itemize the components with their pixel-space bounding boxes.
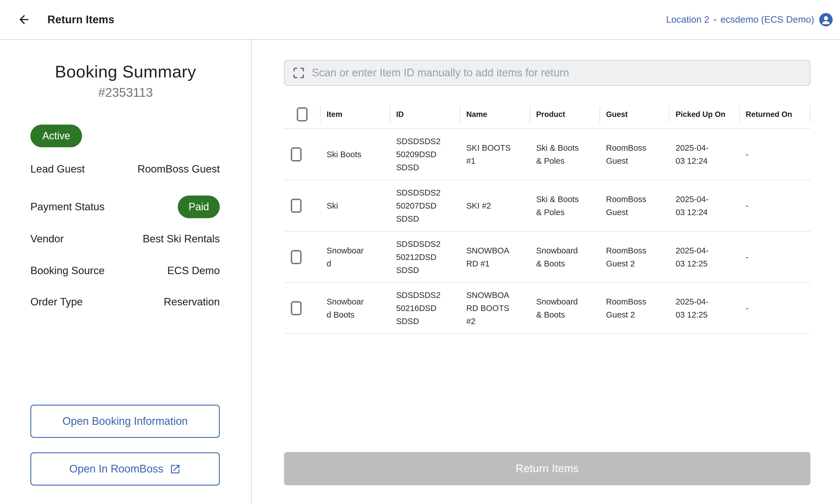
field-label: Payment Status	[30, 201, 105, 213]
row-checkbox[interactable]	[291, 199, 302, 213]
cell-returned-on: -	[739, 283, 810, 333]
cell-guest: RoomBoss Guest	[600, 180, 669, 231]
table-header-row: Item ID Name Product Guest Picked Up On …	[284, 104, 810, 124]
items-table: Item ID Name Product Guest Picked Up On …	[284, 104, 810, 334]
field-value: ECS Demo	[167, 265, 220, 277]
user-link[interactable]: ecsdemo (ECS Demo)	[720, 14, 814, 25]
field-value: Best Ski Rentals	[143, 233, 220, 245]
cell-returned-on: -	[739, 129, 810, 180]
cell-product: Snowboard & Boots	[530, 232, 600, 282]
field-label: Order Type	[30, 296, 83, 308]
row-select-cell	[284, 283, 320, 333]
select-all-checkbox[interactable]	[297, 107, 308, 122]
col-header-returned-on: Returned On	[739, 104, 810, 124]
field-order-type: Order Type Reservation	[30, 296, 220, 308]
cell-picked-up-on: 2025-04-03 12:24	[669, 129, 739, 180]
cell-picked-up-on: 2025-04-03 12:24	[669, 180, 739, 231]
cell-guest: RoomBoss Guest 2	[600, 283, 669, 333]
table-row: Snowboard SDSDSDS250212DSDSDSD SNOWBOARD…	[284, 231, 810, 282]
select-all-cell	[284, 104, 320, 124]
cell-id: SDSDSDS250209DSDSDSD	[390, 129, 460, 180]
field-label: Vendor	[30, 233, 64, 245]
table-row: Ski Boots SDSDSDS250209DSDSDSD SKI BOOTS…	[284, 128, 810, 180]
location-link[interactable]: Location 2	[666, 14, 710, 25]
cell-name: SKI BOOTS #1	[460, 129, 530, 180]
cell-name: SNOWBOARD #1	[460, 232, 530, 282]
content: Booking Summary #2353113 Active Lead Gue…	[0, 40, 840, 503]
cell-item: Snowboard Boots	[320, 283, 390, 333]
avatar[interactable]	[819, 13, 833, 26]
cell-guest: RoomBoss Guest 2	[600, 232, 669, 282]
external-link-icon	[170, 464, 181, 475]
cell-item: Ski Boots	[320, 129, 390, 180]
row-select-cell	[284, 129, 320, 180]
table-row: Ski SDSDSDS250207DSDSDSD SKI #2 Ski & Bo…	[284, 180, 810, 231]
open-in-roomboss-button[interactable]: Open In RoomBoss	[30, 452, 220, 486]
booking-summary-title: Booking Summary	[0, 62, 251, 82]
scan-icon	[293, 67, 305, 79]
account-separator: -	[713, 14, 716, 25]
booking-summary-panel: Booking Summary #2353113 Active Lead Gue…	[0, 40, 251, 503]
row-checkbox[interactable]	[291, 147, 302, 161]
cell-product: Ski & Boots & Poles	[530, 180, 600, 231]
status-badge: Active	[30, 125, 82, 147]
row-checkbox[interactable]	[291, 250, 302, 264]
person-icon	[819, 13, 833, 26]
field-vendor: Vendor Best Ski Rentals	[30, 233, 220, 245]
field-lead-guest: Lead Guest RoomBoss Guest	[30, 163, 220, 175]
arrow-left-icon	[18, 13, 31, 26]
row-select-cell	[284, 232, 320, 282]
field-value: Reservation	[164, 296, 220, 308]
cell-returned-on: -	[739, 180, 810, 231]
return-items-panel: Item ID Name Product Guest Picked Up On …	[251, 40, 840, 503]
cell-picked-up-on: 2025-04-03 12:25	[669, 283, 739, 333]
cell-id: SDSDSDS250216DSDSDSD	[390, 283, 460, 333]
payment-status-badge: Paid	[178, 196, 220, 218]
field-booking-source: Booking Source ECS Demo	[30, 265, 220, 277]
col-header-product: Product	[530, 104, 600, 124]
cell-guest: RoomBoss Guest	[600, 129, 669, 180]
col-header-guest: Guest	[600, 104, 669, 124]
cell-id: SDSDSDS250207DSDSDSD	[390, 180, 460, 231]
col-header-id: ID	[390, 104, 460, 124]
cell-id: SDSDSDS250212DSDSDSD	[390, 232, 460, 282]
field-payment-status: Payment Status Paid	[30, 196, 220, 218]
cell-item: Ski	[320, 180, 390, 231]
row-select-cell	[284, 180, 320, 231]
col-header-picked-up-on: Picked Up On	[669, 104, 739, 124]
button-label: Open Booking Information	[63, 415, 188, 427]
row-checkbox[interactable]	[291, 301, 302, 315]
cell-product: Snowboard & Boots	[530, 283, 600, 333]
cell-item: Snowboard	[320, 232, 390, 282]
field-label: Lead Guest	[30, 163, 85, 175]
account-area: Location 2 - ecsdemo (ECS Demo)	[666, 13, 833, 26]
booking-number: #2353113	[0, 86, 251, 100]
page-title: Return Items	[48, 14, 115, 26]
button-label: Open In RoomBoss	[69, 463, 163, 475]
return-items-button[interactable]: Return Items	[284, 452, 810, 485]
table-row: Snowboard Boots SDSDSDS250216DSDSDSD SNO…	[284, 282, 810, 334]
top-bar: Return Items Location 2 - ecsdemo (ECS D…	[0, 0, 840, 40]
open-booking-information-button[interactable]: Open Booking Information	[30, 405, 220, 438]
cell-picked-up-on: 2025-04-03 12:25	[669, 232, 739, 282]
cell-name: SNOWBOARD BOOTS #2	[460, 283, 530, 333]
field-label: Booking Source	[30, 265, 105, 277]
scan-search-bar[interactable]	[284, 60, 810, 86]
field-value: RoomBoss Guest	[137, 163, 220, 175]
cell-name: SKI #2	[460, 180, 530, 231]
cell-product: Ski & Boots & Poles	[530, 129, 600, 180]
back-button[interactable]	[16, 12, 32, 28]
col-header-name: Name	[460, 104, 530, 124]
item-id-input[interactable]	[312, 67, 802, 79]
cell-returned-on: -	[739, 232, 810, 282]
booking-fields: Lead Guest RoomBoss Guest Payment Status…	[30, 163, 220, 308]
col-header-item: Item	[320, 104, 390, 124]
